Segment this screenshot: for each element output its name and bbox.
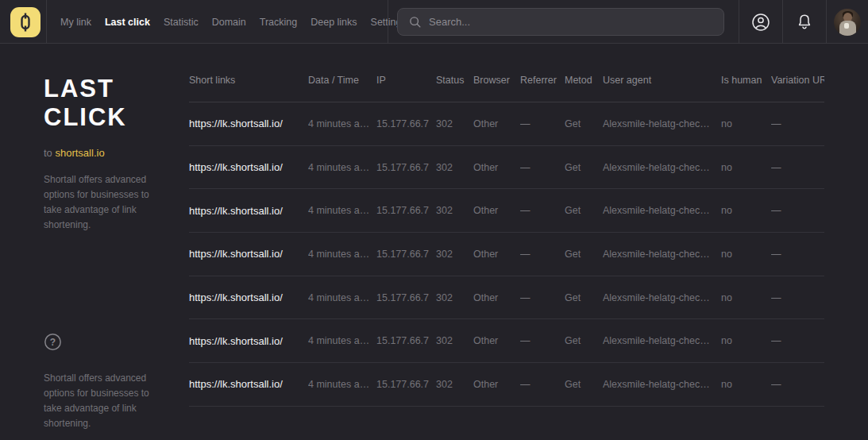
column-header[interactable]: IP xyxy=(376,75,436,86)
cell-referrer: — xyxy=(520,249,565,260)
page-title-line2: CLICK xyxy=(44,103,127,131)
nav-item[interactable]: Last click xyxy=(105,17,150,28)
column-header[interactable]: Short links xyxy=(189,75,308,86)
table-row: https://lk.shortsall.io/ 4 minutes ago 1… xyxy=(189,319,824,363)
column-header[interactable]: Status xyxy=(436,75,473,86)
column-header[interactable]: Data / Time xyxy=(308,75,376,86)
sidebar-help: ? Shortall offers advanced options for b… xyxy=(44,333,152,431)
table-row: https://lk.shortsall.io/ 4 minutes ago 1… xyxy=(189,102,824,146)
top-bar: My link Last click Statistic Domain Trac… xyxy=(0,0,868,44)
cell-data-time: 4 minutes ago xyxy=(308,379,376,390)
divider xyxy=(46,0,47,44)
column-header[interactable]: Variation URL xyxy=(771,75,824,86)
cell-data-time: 4 minutes ago xyxy=(308,335,376,346)
cell-data-time: 4 minutes ago xyxy=(308,162,376,173)
cell-referrer: — xyxy=(520,205,565,216)
page-title: LAST CLICK xyxy=(44,75,189,132)
cell-browser: Other xyxy=(473,292,520,303)
cell-is-human: no xyxy=(721,162,771,173)
column-header[interactable]: Browser xyxy=(473,75,520,86)
cell-metod: Get xyxy=(565,205,603,216)
cell-browser: Other xyxy=(473,205,520,216)
cell-browser: Other xyxy=(473,162,520,173)
cell-short-link[interactable]: https://lk.shortsall.io/ xyxy=(189,378,308,390)
last-click-table: Short links Data / Time IP Status Browse… xyxy=(189,68,824,407)
cell-status: 302 xyxy=(436,162,473,173)
table-row: https://lk.shortsall.io/ 4 minutes ago 1… xyxy=(189,276,824,320)
subtitle-prefix: to xyxy=(44,147,52,159)
table-row: https://lk.shortsall.io/ 4 minutes ago 1… xyxy=(189,233,824,276)
nav-item[interactable]: Tracking xyxy=(260,17,297,28)
cell-is-human: no xyxy=(721,118,771,129)
main-nav: My link Last click Statistic Domain Trac… xyxy=(60,0,402,44)
nav-item[interactable]: Statistic xyxy=(164,17,199,28)
cell-variation-url: — xyxy=(771,249,824,260)
cell-status: 302 xyxy=(436,205,473,216)
page-title-line1: LAST xyxy=(44,75,114,102)
cell-variation-url: — xyxy=(771,335,824,346)
cell-data-time: 4 minutes ago xyxy=(308,205,376,216)
nav-item[interactable]: Domain xyxy=(212,17,246,28)
cell-status: 302 xyxy=(436,335,473,346)
cell-ip: 15.177.66.7 xyxy=(376,118,436,129)
cell-data-time: 4 minutes ago xyxy=(308,118,376,129)
help-icon[interactable]: ? xyxy=(44,333,62,354)
cell-referrer: — xyxy=(520,379,565,390)
site-link[interactable]: shortsall.io xyxy=(55,147,104,159)
cell-referrer: — xyxy=(520,162,565,173)
cell-user-agent: Alexsmile-helatg-check-... xyxy=(603,249,721,260)
account-button[interactable] xyxy=(739,0,782,44)
cell-variation-url: — xyxy=(771,162,824,173)
cell-short-link[interactable]: https://lk.shortsall.io/ xyxy=(189,161,308,173)
cell-data-time: 4 minutes ago xyxy=(308,249,376,260)
cell-variation-url: — xyxy=(771,292,824,303)
cell-metod: Get xyxy=(565,249,603,260)
nav-item[interactable]: My link xyxy=(60,17,91,28)
cell-metod: Get xyxy=(565,292,603,303)
cell-ip: 15.177.66.7 xyxy=(376,205,436,216)
cell-variation-url: — xyxy=(771,379,824,390)
link-icon xyxy=(17,12,34,33)
sidebar: LAST CLICK to shortsall.io Shortall offe… xyxy=(0,44,189,440)
cell-referrer: — xyxy=(520,118,565,129)
cell-short-link[interactable]: https://lk.shortsall.io/ xyxy=(189,248,308,260)
cell-short-link[interactable]: https://lk.shortsall.io/ xyxy=(189,118,308,129)
app-root: My link Last click Statistic Domain Trac… xyxy=(0,0,868,440)
cell-is-human: no xyxy=(721,249,771,260)
cell-short-link[interactable]: https://lk.shortsall.io/ xyxy=(189,291,308,303)
user-avatar[interactable] xyxy=(826,0,868,44)
column-header[interactable]: Metod xyxy=(565,75,603,86)
cell-browser: Other xyxy=(473,335,520,346)
nav-item[interactable]: Deep links xyxy=(311,17,357,28)
cell-user-agent: Alexsmile-helatg-check-... xyxy=(603,379,721,390)
cell-referrer: — xyxy=(520,292,565,303)
cell-ip: 15.177.66.7 xyxy=(376,162,436,173)
cell-status: 302 xyxy=(436,292,473,303)
cell-user-agent: Alexsmile-helatg-check-... xyxy=(603,205,721,216)
cell-short-link[interactable]: https://lk.shortsall.io/ xyxy=(189,205,308,217)
app-logo[interactable] xyxy=(10,7,41,37)
cell-ip: 15.177.66.7 xyxy=(376,379,436,390)
table-row: https://lk.shortsall.io/ 4 minutes ago 1… xyxy=(189,189,824,233)
table-body: https://lk.shortsall.io/ 4 minutes ago 1… xyxy=(189,102,824,407)
cell-is-human: no xyxy=(721,205,771,216)
cell-is-human: no xyxy=(721,379,771,390)
search-input[interactable] xyxy=(429,16,723,28)
column-header[interactable]: Is human xyxy=(721,75,771,86)
cell-referrer: — xyxy=(520,335,565,346)
cell-status: 302 xyxy=(436,249,473,260)
cell-status: 302 xyxy=(436,379,473,390)
column-header[interactable]: User agent xyxy=(603,75,721,86)
notifications-icon xyxy=(795,13,814,32)
notifications-button[interactable] xyxy=(782,0,826,44)
table-row: https://lk.shortsall.io/ 4 minutes ago 1… xyxy=(189,363,824,407)
cell-ip: 15.177.66.7 xyxy=(376,335,436,346)
cell-variation-url: — xyxy=(771,118,824,129)
cell-short-link[interactable]: https://lk.shortsall.io/ xyxy=(189,335,308,347)
cell-browser: Other xyxy=(473,118,520,129)
column-header[interactable]: Referrer xyxy=(520,75,565,86)
search-box[interactable] xyxy=(397,8,724,36)
account-icon xyxy=(750,12,771,33)
svg-text:?: ? xyxy=(50,337,56,348)
cell-metod: Get xyxy=(565,379,603,390)
